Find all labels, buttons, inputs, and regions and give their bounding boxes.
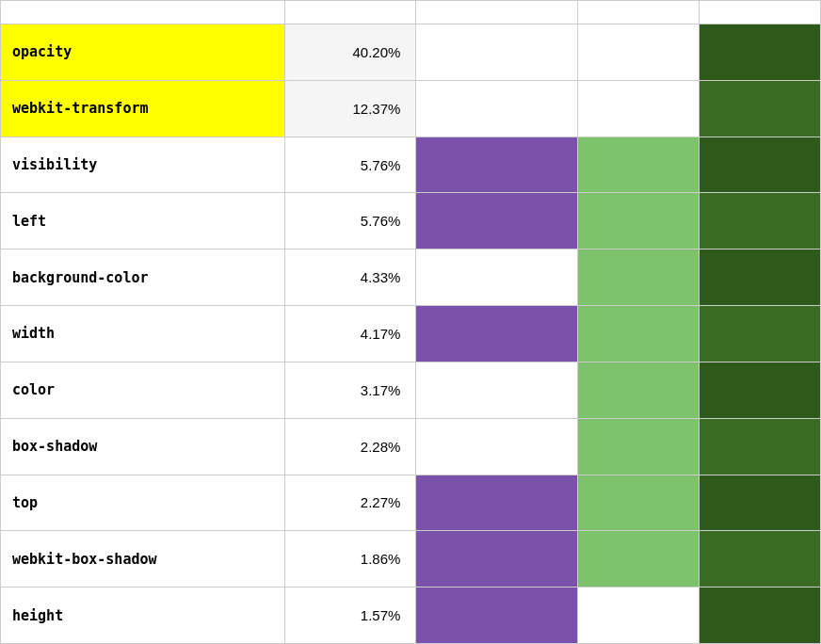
table-row: webkit-box-shadow1.86% <box>1 531 821 588</box>
table-row: webkit-transform12.37% <box>1 80 821 137</box>
table-row: visibility5.76% <box>1 137 821 193</box>
composite-cell <box>700 137 821 193</box>
percent-value: 4.17% <box>284 306 416 362</box>
composite-cell <box>700 306 821 362</box>
layout-cell <box>416 588 578 644</box>
percent-value: 40.20% <box>284 24 416 81</box>
table-row: height1.57% <box>1 588 821 644</box>
layout-cell <box>416 531 578 588</box>
table-row: opacity40.20% <box>1 24 821 81</box>
percent-value: 1.57% <box>284 588 416 644</box>
layout-cell <box>416 475 578 531</box>
layout-cell <box>416 250 578 306</box>
paint-cell <box>578 362 700 418</box>
property-name: color <box>1 362 285 418</box>
composite-cell <box>700 588 821 644</box>
paint-cell <box>578 137 700 193</box>
composite-cell <box>700 193 821 250</box>
percent-value: 3.17% <box>284 362 416 418</box>
composite-cell <box>700 418 821 475</box>
property-name: width <box>1 306 285 362</box>
paint-cell <box>578 531 700 588</box>
property-name: webkit-transform <box>1 80 285 137</box>
composite-cell <box>700 475 821 531</box>
composite-cell <box>700 362 821 418</box>
percent-value: 2.27% <box>284 475 416 531</box>
layout-cell <box>416 193 578 250</box>
property-name: webkit-box-shadow <box>1 531 285 588</box>
property-name: visibility <box>1 137 285 193</box>
composite-cell <box>700 80 821 137</box>
percent-value: 5.76% <box>284 193 416 250</box>
table-row: color3.17% <box>1 362 821 418</box>
percent-value: 1.86% <box>284 531 416 588</box>
layout-cell <box>416 306 578 362</box>
header-percent <box>284 1 416 24</box>
property-name: opacity <box>1 24 285 81</box>
header-property <box>1 1 285 24</box>
table-row: left5.76% <box>1 193 821 250</box>
property-name: height <box>1 588 285 644</box>
percent-value: 5.76% <box>284 137 416 193</box>
property-name: background-color <box>1 250 285 306</box>
table-row: background-color4.33% <box>1 250 821 306</box>
paint-cell <box>578 80 700 137</box>
percent-value: 2.28% <box>284 418 416 475</box>
paint-cell <box>578 475 700 531</box>
paint-cell <box>578 306 700 362</box>
layout-cell <box>416 80 578 137</box>
paint-cell <box>578 193 700 250</box>
property-name: top <box>1 475 285 531</box>
percent-value: 12.37% <box>284 80 416 137</box>
composite-cell <box>700 24 821 81</box>
paint-cell <box>578 250 700 306</box>
property-name: left <box>1 193 285 250</box>
layout-cell <box>416 137 578 193</box>
composite-cell <box>700 250 821 306</box>
table-row: top2.27% <box>1 475 821 531</box>
header-layout <box>416 1 578 24</box>
layout-cell <box>416 362 578 418</box>
css-property-table: opacity40.20%webkit-transform12.37%visib… <box>0 0 821 644</box>
paint-cell <box>578 588 700 644</box>
paint-cell <box>578 418 700 475</box>
paint-cell <box>578 24 700 81</box>
header-composite <box>700 1 821 24</box>
header-paint <box>578 1 700 24</box>
composite-cell <box>700 531 821 588</box>
property-name: box-shadow <box>1 418 285 475</box>
percent-value: 4.33% <box>284 250 416 306</box>
table-row: box-shadow2.28% <box>1 418 821 475</box>
layout-cell <box>416 418 578 475</box>
table-row: width4.17% <box>1 306 821 362</box>
layout-cell <box>416 24 578 81</box>
